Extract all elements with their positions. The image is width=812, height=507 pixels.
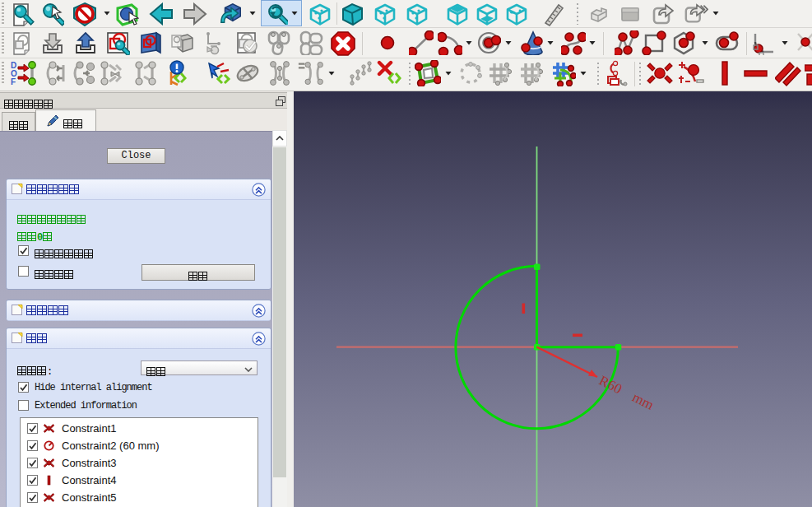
svg-text:F: F bbox=[11, 77, 16, 86]
